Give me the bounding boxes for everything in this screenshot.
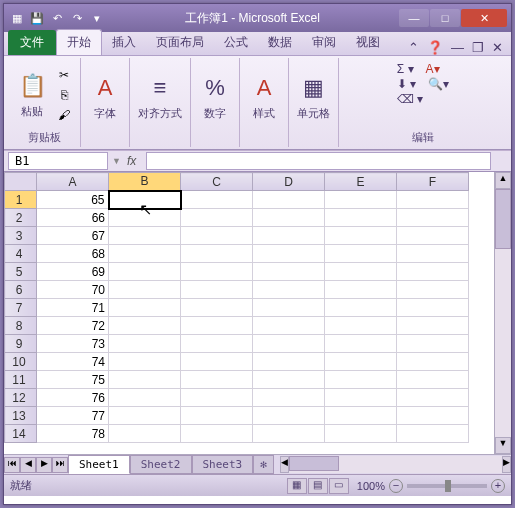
cell[interactable] bbox=[253, 407, 325, 425]
cell[interactable]: 67 bbox=[37, 227, 109, 245]
excel-icon[interactable]: ▦ bbox=[8, 9, 26, 27]
cell[interactable] bbox=[397, 227, 469, 245]
row-header[interactable]: 13 bbox=[5, 407, 37, 425]
cell[interactable]: 78 bbox=[37, 425, 109, 443]
qat-dropdown-icon[interactable]: ▾ bbox=[88, 9, 106, 27]
cell[interactable] bbox=[109, 263, 181, 281]
cell[interactable] bbox=[109, 191, 181, 209]
clear-icon[interactable]: ⌫ ▾ bbox=[397, 92, 423, 106]
zoom-in-icon[interactable]: + bbox=[491, 479, 505, 493]
hscroll-thumb[interactable] bbox=[289, 456, 339, 471]
row-header[interactable]: 5 bbox=[5, 263, 37, 281]
cell[interactable] bbox=[325, 371, 397, 389]
cell[interactable]: 69 bbox=[37, 263, 109, 281]
cell[interactable] bbox=[181, 317, 253, 335]
cell[interactable] bbox=[181, 389, 253, 407]
tab-formulas[interactable]: 公式 bbox=[214, 30, 258, 55]
view-pagebreak-icon[interactable]: ▭ bbox=[329, 478, 349, 494]
row-header[interactable]: 1 bbox=[5, 191, 37, 209]
tab-view[interactable]: 视图 bbox=[346, 30, 390, 55]
font-button[interactable]: A 字体 bbox=[87, 70, 123, 123]
row-header[interactable]: 2 bbox=[5, 209, 37, 227]
cell[interactable] bbox=[325, 389, 397, 407]
view-layout-icon[interactable]: ▤ bbox=[308, 478, 328, 494]
cell[interactable]: 76 bbox=[37, 389, 109, 407]
col-header-E[interactable]: E bbox=[325, 173, 397, 191]
sort-a-icon[interactable]: A▾ bbox=[426, 62, 440, 76]
cell[interactable] bbox=[109, 299, 181, 317]
cell[interactable] bbox=[109, 389, 181, 407]
cells-button[interactable]: ▦ 单元格 bbox=[295, 70, 332, 123]
tab-layout[interactable]: 页面布局 bbox=[146, 30, 214, 55]
maximize-button[interactable]: □ bbox=[430, 9, 460, 27]
namebox-dropdown-icon[interactable]: ▼ bbox=[112, 156, 121, 166]
cell[interactable] bbox=[181, 245, 253, 263]
cell[interactable] bbox=[253, 353, 325, 371]
cell[interactable] bbox=[181, 335, 253, 353]
cell[interactable] bbox=[181, 407, 253, 425]
zoom-handle[interactable] bbox=[445, 480, 451, 492]
cell[interactable] bbox=[181, 353, 253, 371]
name-box[interactable]: B1 bbox=[8, 152, 108, 170]
align-button[interactable]: ≡ 对齐方式 bbox=[136, 70, 184, 123]
cell[interactable] bbox=[325, 407, 397, 425]
cell[interactable] bbox=[325, 353, 397, 371]
cell[interactable] bbox=[253, 191, 325, 209]
tab-home[interactable]: 开始 bbox=[56, 29, 102, 55]
sheet-tab-1[interactable]: Sheet1 bbox=[68, 455, 130, 474]
cell[interactable] bbox=[253, 425, 325, 443]
cell[interactable] bbox=[253, 227, 325, 245]
cell[interactable] bbox=[325, 299, 397, 317]
cell[interactable] bbox=[325, 209, 397, 227]
cell[interactable]: 66 bbox=[37, 209, 109, 227]
row-header[interactable]: 12 bbox=[5, 389, 37, 407]
cell[interactable] bbox=[109, 335, 181, 353]
cell[interactable] bbox=[397, 281, 469, 299]
vertical-scrollbar[interactable]: ▲ ▼ bbox=[494, 172, 511, 454]
cell[interactable] bbox=[109, 227, 181, 245]
number-button[interactable]: % 数字 bbox=[197, 70, 233, 123]
minimize-button[interactable]: — bbox=[399, 9, 429, 27]
style-button[interactable]: A 样式 bbox=[246, 70, 282, 123]
help-icon[interactable]: ❓ bbox=[427, 40, 443, 55]
scroll-up-icon[interactable]: ▲ bbox=[495, 172, 511, 189]
scroll-right-icon[interactable]: ▶ bbox=[502, 456, 511, 473]
cell[interactable] bbox=[397, 317, 469, 335]
close-button[interactable]: ✕ bbox=[461, 9, 507, 27]
formula-input[interactable] bbox=[146, 152, 491, 170]
cell[interactable]: 75 bbox=[37, 371, 109, 389]
cell[interactable] bbox=[397, 335, 469, 353]
cell[interactable] bbox=[181, 209, 253, 227]
row-header[interactable]: 9 bbox=[5, 335, 37, 353]
scroll-thumb[interactable] bbox=[495, 189, 511, 249]
cell[interactable] bbox=[253, 281, 325, 299]
cell[interactable] bbox=[397, 245, 469, 263]
cell[interactable] bbox=[325, 191, 397, 209]
copy-icon[interactable]: ⎘ bbox=[54, 86, 74, 104]
fill-icon[interactable]: ⬇ ▾ bbox=[397, 77, 416, 91]
col-header-C[interactable]: C bbox=[181, 173, 253, 191]
cell[interactable] bbox=[181, 191, 253, 209]
cell[interactable] bbox=[253, 245, 325, 263]
cell[interactable]: 77 bbox=[37, 407, 109, 425]
sheet-nav-first-icon[interactable]: ⏮ bbox=[4, 457, 20, 473]
cell[interactable] bbox=[397, 353, 469, 371]
doc-restore-icon[interactable]: ❐ bbox=[472, 40, 484, 55]
paste-button[interactable]: 📋 粘贴 bbox=[14, 68, 50, 121]
zoom-level[interactable]: 100% bbox=[357, 480, 385, 492]
doc-minimize-icon[interactable]: — bbox=[451, 40, 464, 55]
cell[interactable]: 65 bbox=[37, 191, 109, 209]
select-all-corner[interactable] bbox=[5, 173, 37, 191]
cell[interactable] bbox=[109, 281, 181, 299]
format-painter-icon[interactable]: 🖌 bbox=[54, 106, 74, 124]
minimize-ribbon-icon[interactable]: ⌃ bbox=[408, 40, 419, 55]
cell[interactable] bbox=[109, 245, 181, 263]
cell[interactable]: 70 bbox=[37, 281, 109, 299]
cell[interactable]: 68 bbox=[37, 245, 109, 263]
cell[interactable] bbox=[397, 389, 469, 407]
cell[interactable] bbox=[181, 299, 253, 317]
cell[interactable] bbox=[253, 389, 325, 407]
cell[interactable] bbox=[397, 371, 469, 389]
cell[interactable] bbox=[181, 425, 253, 443]
sheet-nav-prev-icon[interactable]: ◀ bbox=[20, 457, 36, 473]
